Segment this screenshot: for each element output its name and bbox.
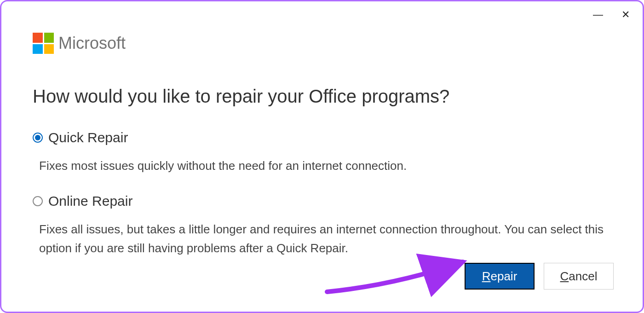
cancel-button[interactable]: Cancel: [544, 263, 614, 290]
option-head: Online Repair: [33, 193, 611, 209]
option-description: Fixes most issues quickly without the ne…: [33, 156, 611, 175]
button-text-rest: ancel: [569, 269, 597, 283]
dialog-buttons: Repair Cancel: [465, 263, 614, 290]
option-description: Fixes all issues, but takes a little lon…: [33, 220, 611, 257]
option-label: Quick Repair: [48, 130, 128, 145]
option-quick-repair[interactable]: Quick Repair Fixes most issues quickly w…: [33, 130, 611, 175]
option-head: Quick Repair: [33, 130, 611, 145]
dialog-window: — ✕ Microsoft How would you like to repa…: [5, 5, 639, 308]
accelerator-char: C: [560, 269, 569, 283]
dialog-heading: How would you like to repair your Office…: [33, 86, 611, 107]
minimize-button[interactable]: —: [593, 9, 603, 21]
window-border: — ✕ Microsoft How would you like to repa…: [0, 0, 644, 313]
radio-online-repair[interactable]: [33, 196, 43, 206]
microsoft-logo-icon: [33, 33, 54, 54]
option-label: Online Repair: [48, 193, 132, 209]
repair-button[interactable]: Repair: [465, 263, 535, 290]
option-online-repair[interactable]: Online Repair Fixes all issues, but take…: [33, 193, 611, 257]
button-text-rest: epair: [490, 269, 517, 283]
window-controls: — ✕: [593, 9, 630, 21]
radio-quick-repair[interactable]: [33, 133, 43, 143]
microsoft-brand: Microsoft: [33, 33, 611, 54]
close-button[interactable]: ✕: [621, 9, 630, 21]
dialog-content: Microsoft How would you like to repair y…: [5, 5, 639, 285]
accelerator-char: R: [482, 269, 491, 283]
microsoft-wordmark: Microsoft: [58, 34, 126, 53]
